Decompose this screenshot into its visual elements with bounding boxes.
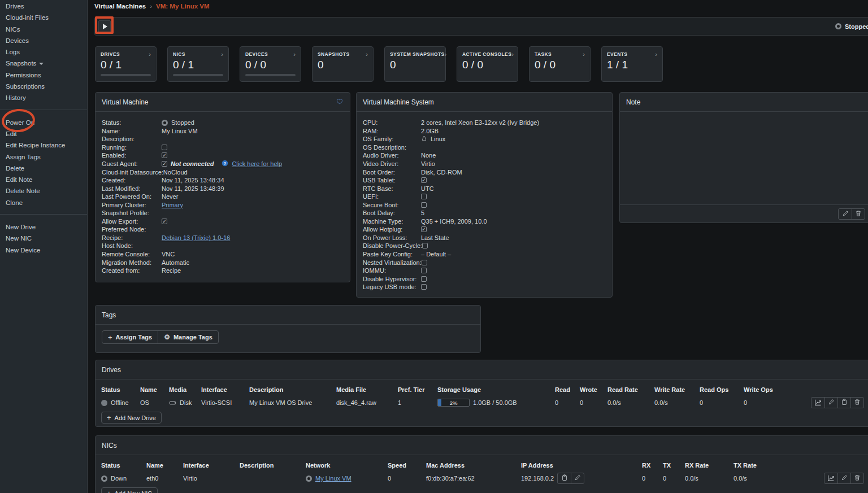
stat-card-progress-bar — [245, 74, 296, 76]
assign-tags-button[interactable]: + Assign Tags — [102, 331, 158, 343]
delete-button[interactable] — [850, 398, 863, 408]
nic-actions-cell — [824, 472, 864, 485]
sidebar-create-group: New DriveNew NICNew Device — [0, 221, 87, 256]
edit-button[interactable] — [824, 398, 837, 408]
field-value — [421, 202, 427, 208]
stat-card-value: 0 / 0 — [462, 59, 513, 71]
guest-agent-checkbox[interactable]: ✓ — [162, 161, 167, 167]
clipboard-button[interactable] — [558, 473, 571, 483]
metrics-icon — [814, 399, 822, 407]
delete-button[interactable] — [850, 473, 863, 483]
checkbox-usb-tablet[interactable]: ✓ — [421, 177, 427, 183]
sys-field-video-driver: Video Driver:Virtio — [363, 160, 606, 168]
nics-header-status: Status — [101, 459, 146, 472]
heart-icon[interactable] — [336, 97, 344, 107]
checkbox-uefi[interactable] — [421, 194, 427, 199]
stat-card-devices[interactable]: DEVICES›0 / 0 — [240, 46, 301, 82]
stat-card-snapshots[interactable]: SNAPSHOTS›0 — [312, 46, 374, 82]
sidebar-create-new-drive[interactable]: New Drive — [0, 221, 87, 233]
sidebar-create-new-device[interactable]: New Device — [0, 245, 87, 256]
stat-card-system-snapshots[interactable]: SYSTEM SNAPSHOTS›0 — [384, 46, 446, 82]
gear-icon: ⚙ — [164, 333, 170, 341]
stat-card-drives[interactable]: DRIVES›0 / 1 — [95, 46, 157, 82]
field-label: Status: — [102, 119, 162, 126]
sidebar-action-assign-tags[interactable]: Assign Tags — [0, 151, 87, 163]
breadcrumb-virtual-machines[interactable]: Virtual Machines — [94, 3, 146, 10]
field-label: Host Node: — [102, 242, 162, 249]
sidebar-item-snapshots[interactable]: Snapshots — [0, 58, 87, 69]
checkbox-enabled[interactable]: ✓ — [162, 152, 167, 158]
drives-header-read-ops: Read Ops — [700, 383, 744, 396]
checkbox-allow-hotplug[interactable]: ✓ — [421, 226, 427, 232]
sidebar-item-nics[interactable]: NICs — [0, 24, 87, 35]
sys-field-boot-order: Boot Order:Disk, CD-ROM — [363, 168, 606, 176]
sidebar-item-drives[interactable]: Drives — [0, 1, 87, 12]
stat-card-events[interactable]: EVENTS›1 / 1 — [601, 46, 663, 82]
checkbox-secure-boot[interactable] — [421, 202, 427, 208]
checkbox-allow-export[interactable]: ✓ — [162, 219, 167, 224]
sidebar-action-edit-recipe-instance[interactable]: Edit Recipe Instance — [0, 139, 87, 151]
field-value: Last State — [421, 234, 449, 241]
sidebar-action-power-on[interactable]: Power On — [0, 117, 87, 128]
metrics-button[interactable] — [824, 473, 837, 483]
sidebar-item-label: Subscriptions — [6, 81, 45, 92]
sidebar-item-devices[interactable]: Devices — [0, 35, 87, 46]
field-value: Primary — [162, 202, 183, 208]
clipboard-button[interactable] — [837, 398, 850, 408]
checkbox-nested-virtualization[interactable] — [422, 260, 427, 265]
stat-card-value: 0 / 0 — [535, 59, 585, 71]
sidebar-create-new-nic[interactable]: New NIC — [0, 233, 87, 244]
field-label: Last Powered On: — [102, 193, 162, 200]
field-value-text: Never — [162, 193, 178, 200]
sidebar-item-permissions[interactable]: Permissions — [0, 69, 87, 81]
sidebar-action-label: Power On — [6, 117, 34, 128]
sidebar-item-history[interactable]: History — [0, 92, 87, 103]
sidebar-create-label: New Device — [6, 245, 40, 256]
sidebar-action-delete[interactable]: Delete — [0, 163, 87, 174]
field-value: My Linux VM — [162, 128, 198, 134]
stat-card-nics[interactable]: NICS›0 / 1 — [167, 46, 229, 82]
metrics-button[interactable] — [811, 398, 824, 408]
sidebar-action-clone[interactable]: Clone — [0, 197, 87, 208]
drives-header-storage-usage: Storage Usage — [437, 383, 555, 396]
edit-button[interactable] — [571, 473, 584, 483]
field-value — [422, 260, 427, 265]
power-on-button[interactable] — [98, 20, 111, 33]
checkbox-disable-power-cycle[interactable] — [422, 243, 428, 248]
sidebar-action-edit[interactable]: Edit — [0, 128, 87, 139]
edit-button[interactable] — [837, 473, 850, 483]
sidebar-item-subscriptions[interactable]: Subscriptions — [0, 81, 87, 92]
field-label: Primary Cluster: — [102, 202, 162, 208]
help-icon[interactable]: ? — [222, 160, 228, 168]
field-label: Allow Hotplug: — [363, 226, 421, 233]
field-value: ✓ — [421, 226, 427, 232]
stat-card-active-consoles[interactable]: ACTIVE CONSOLES›0 / 0 — [457, 46, 518, 82]
sys-field-allow-hotplug: Allow Hotplug:✓ — [363, 225, 606, 234]
stat-card-tasks[interactable]: TASKS›0 / 0 — [529, 46, 591, 82]
checkbox-running[interactable] — [162, 145, 167, 150]
field-value: Disk, CD-ROM — [421, 169, 462, 176]
field-label: Boot Delay: — [363, 210, 421, 216]
chevron-right-icon: › — [221, 52, 223, 56]
stat-card-label: NICS — [173, 51, 185, 57]
checkbox-iommu[interactable] — [421, 268, 427, 273]
link-debian-13-trixie-1-0-16[interactable]: Debian 13 (Trixie) 1.0-16 — [162, 234, 230, 241]
add-new-nic-button[interactable]: + Add New NIC — [101, 487, 158, 493]
link-primary[interactable]: Primary — [162, 202, 183, 208]
checkbox-disable-hypervisor[interactable] — [421, 276, 427, 282]
note-edit-button[interactable] — [839, 209, 852, 219]
manage-tags-button[interactable]: ⚙ Manage Tags — [158, 331, 218, 343]
network-link[interactable]: My Linux VM — [315, 475, 351, 482]
add-new-drive-button[interactable]: + Add New Drive — [101, 412, 162, 424]
ip-action-buttons — [557, 473, 584, 484]
checkbox-legacy-usb-mode[interactable] — [421, 284, 427, 290]
sidebar-item-logs[interactable]: Logs — [0, 46, 87, 58]
stat-card-head: EVENTS› — [607, 51, 657, 57]
sidebar-item-cloud-init-files[interactable]: Cloud-init Files — [0, 12, 87, 23]
sidebar-action-delete-note[interactable]: Delete Note — [0, 185, 87, 197]
field-value: 2 cores, Intel Xeon E3-12xx v2 (Ivy Brid… — [421, 119, 539, 126]
sys-field-paste-key-config: Paste Key Config:– Default – — [363, 250, 606, 259]
sidebar-action-edit-note[interactable]: Edit Note — [0, 174, 87, 185]
note-delete-button[interactable] — [852, 209, 865, 219]
guest-agent-help-link[interactable]: Click here for help — [232, 160, 282, 167]
